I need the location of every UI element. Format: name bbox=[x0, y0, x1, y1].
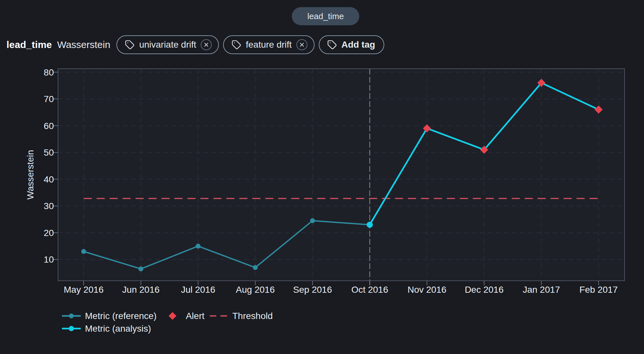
x-tick-label: Jun 2016 bbox=[122, 285, 160, 295]
analysis-line-swatch bbox=[62, 324, 81, 333]
y-axis-title: Wasserstein bbox=[25, 150, 35, 199]
y-tick-label: 70 bbox=[44, 94, 54, 104]
alert-diamond-swatch bbox=[168, 311, 177, 321]
dashboard: lead_time lead_time Wasserstein univaria… bbox=[0, 0, 644, 354]
reference-line-swatch bbox=[62, 311, 81, 321]
y-tick-label: 20 bbox=[44, 228, 54, 238]
x-tick-label: Aug 2016 bbox=[236, 285, 275, 295]
y-tick-label: 50 bbox=[44, 148, 54, 158]
x-tick-label: Jul 2016 bbox=[181, 285, 215, 295]
legend-item-reference[interactable]: Metric (reference) bbox=[62, 311, 157, 321]
threshold-dash-swatch bbox=[210, 311, 227, 321]
plot-area[interactable] bbox=[58, 69, 625, 281]
legend-label-analysis: Metric (analysis) bbox=[85, 324, 151, 334]
x-tick-label: Oct 2016 bbox=[351, 285, 388, 295]
reference-point-marker[interactable] bbox=[196, 244, 200, 249]
drift-chart: 1020304050607080May 2016Jun 2016Jul 2016… bbox=[0, 0, 644, 354]
chart-legend: Metric (reference) Alert Threshold bbox=[62, 311, 273, 333]
legend-row-1: Metric (reference) Alert Threshold bbox=[62, 311, 273, 321]
legend-item-alert[interactable]: Alert bbox=[168, 311, 205, 321]
reference-point-marker[interactable] bbox=[310, 218, 315, 223]
y-tick-label: 30 bbox=[44, 201, 54, 211]
chart-generated: 1020304050607080May 2016Jun 2016Jul 2016… bbox=[44, 67, 625, 295]
legend-label-alert: Alert bbox=[186, 311, 205, 321]
reference-point-marker[interactable] bbox=[81, 249, 86, 254]
legend-item-threshold[interactable]: Threshold bbox=[210, 311, 273, 321]
y-tick-label: 60 bbox=[44, 121, 54, 131]
x-tick-label: Dec 2016 bbox=[465, 285, 504, 295]
reference-point-marker[interactable] bbox=[253, 265, 258, 270]
reference-point-marker[interactable] bbox=[138, 266, 143, 271]
legend-label-threshold: Threshold bbox=[233, 311, 273, 321]
legend-row-2: Metric (analysis) bbox=[62, 324, 273, 333]
legend-label-reference: Metric (reference) bbox=[85, 311, 157, 321]
x-tick-label: Nov 2016 bbox=[408, 285, 447, 295]
x-tick-label: Jan 2017 bbox=[523, 285, 560, 295]
x-tick-label: May 2016 bbox=[64, 285, 104, 295]
analysis-point-marker[interactable] bbox=[367, 222, 373, 228]
y-tick-label: 80 bbox=[44, 67, 54, 77]
y-tick-label: 40 bbox=[44, 174, 54, 184]
legend-item-analysis[interactable]: Metric (analysis) bbox=[62, 324, 151, 334]
y-tick-label: 10 bbox=[44, 254, 54, 265]
x-tick-label: Sep 2016 bbox=[293, 285, 332, 295]
x-tick-label: Feb 2017 bbox=[579, 285, 618, 295]
